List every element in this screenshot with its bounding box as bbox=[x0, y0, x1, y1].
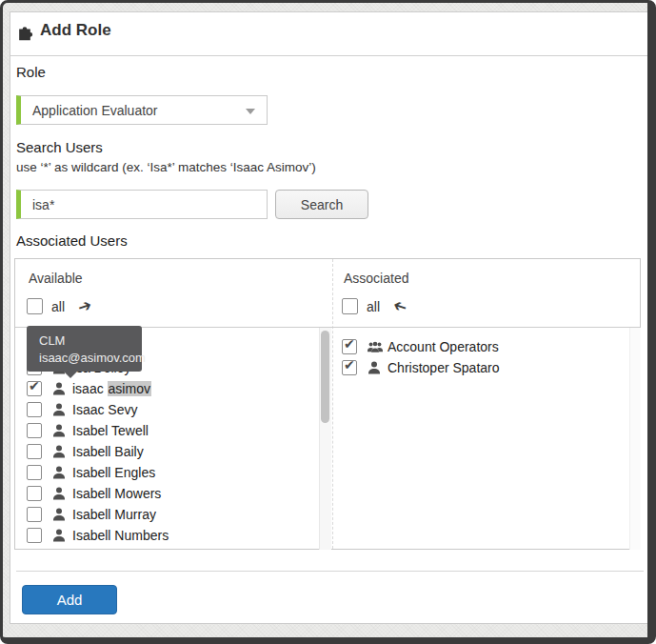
associated-scrollbar-track[interactable] bbox=[629, 328, 641, 550]
group-icon bbox=[368, 340, 381, 353]
person-icon bbox=[52, 445, 66, 458]
list-item[interactable]: Isaac Sevy bbox=[27, 399, 318, 420]
user-name: Isabell Numbers bbox=[72, 528, 169, 543]
associated-all-row: all ➔ bbox=[342, 298, 407, 314]
user-checkbox[interactable] bbox=[27, 507, 42, 522]
search-button[interactable]: Search bbox=[275, 190, 368, 219]
dialog-title: Add Role bbox=[40, 21, 111, 40]
user-name: Isabell Murray bbox=[72, 507, 156, 522]
header-divider bbox=[10, 55, 647, 56]
associated-users-label: Associated Users bbox=[16, 232, 128, 249]
list-item[interactable]: Isabell Murray bbox=[27, 504, 318, 525]
user-name: Isaac Sevy bbox=[72, 402, 137, 417]
tooltip-org: CLM bbox=[39, 332, 142, 350]
associated-all-checkbox[interactable] bbox=[342, 298, 358, 314]
available-column-title: Available bbox=[29, 271, 83, 286]
user-name: Christoper Spataro bbox=[388, 360, 500, 375]
person-icon bbox=[52, 508, 66, 521]
role-select-value: Application Evaluator bbox=[32, 103, 158, 118]
person-icon bbox=[52, 403, 66, 416]
user-checkbox[interactable]: ✔ bbox=[27, 381, 42, 396]
list-item[interactable]: ✔isaac asimov bbox=[27, 378, 318, 399]
chevron-down-icon bbox=[246, 109, 255, 114]
user-name: Isabell Baily bbox=[72, 444, 144, 459]
person-icon bbox=[368, 361, 381, 374]
user-checkbox[interactable]: ✔ bbox=[342, 360, 357, 375]
person-icon bbox=[52, 382, 66, 395]
user-email-tooltip: CLM isaac@asimov.com bbox=[27, 326, 142, 372]
user-checkbox[interactable] bbox=[27, 423, 42, 438]
available-all-label: all bbox=[51, 299, 65, 314]
window-frame: Add Role Role Application Evaluator Sear… bbox=[0, 0, 656, 644]
list-item[interactable]: Isabell Engles bbox=[27, 462, 318, 483]
associated-column-title: Associated bbox=[344, 271, 408, 286]
associated-user-list: ✔Account Operators✔Christoper Spataro bbox=[333, 328, 628, 550]
role-label: Role bbox=[16, 64, 46, 80]
associated-all-label: all bbox=[367, 299, 380, 314]
user-checkbox[interactable] bbox=[27, 486, 42, 501]
user-name: Account Operators bbox=[388, 339, 499, 354]
tooltip-email: isaac@asimov.com bbox=[39, 350, 142, 367]
footer-divider bbox=[16, 571, 644, 572]
user-checkbox[interactable] bbox=[27, 528, 42, 543]
available-all-row: all ➔ bbox=[27, 298, 91, 314]
user-checkbox[interactable]: ✔ bbox=[342, 339, 357, 354]
add-role-dialog: Add Role Role Application Evaluator Sear… bbox=[10, 11, 647, 624]
user-checkbox[interactable] bbox=[27, 444, 42, 459]
user-name: isaac asimov bbox=[72, 381, 151, 396]
user-name: Isabel Tewell bbox=[72, 423, 149, 438]
add-button[interactable]: Add bbox=[22, 585, 117, 614]
search-input[interactable] bbox=[16, 190, 268, 219]
list-item[interactable]: Isabell Numbers bbox=[27, 525, 318, 546]
user-checkbox[interactable] bbox=[27, 402, 42, 417]
list-item[interactable]: ✔Christoper Spataro bbox=[342, 357, 628, 378]
move-right-arrow-icon[interactable]: ➔ bbox=[76, 296, 94, 316]
list-item[interactable]: ✔Account Operators bbox=[342, 336, 628, 357]
search-users-label: Search Users bbox=[16, 139, 103, 155]
user-name: Isabell Engles bbox=[72, 465, 155, 480]
tooltip-caret bbox=[64, 372, 77, 378]
user-checkbox[interactable] bbox=[27, 465, 42, 480]
person-icon bbox=[52, 424, 66, 437]
list-item[interactable]: Isabell Mowers bbox=[27, 483, 318, 504]
move-left-arrow-icon[interactable]: ➔ bbox=[391, 296, 409, 316]
user-name: Isabell Mowers bbox=[72, 486, 161, 501]
person-icon bbox=[52, 529, 66, 542]
puzzle-piece-icon bbox=[15, 22, 34, 41]
wildcard-hint: use ‘*’ as wildcard (ex. ‘Isa*’ matches … bbox=[16, 160, 316, 174]
available-scrollbar-thumb[interactable] bbox=[321, 331, 329, 423]
available-all-checkbox[interactable] bbox=[27, 298, 43, 314]
list-item[interactable]: Isabell Baily bbox=[27, 441, 318, 462]
person-icon bbox=[52, 466, 66, 479]
person-icon bbox=[52, 487, 66, 500]
associated-users-panel: Available all ➔ Associated all ➔ Isa Dol… bbox=[14, 258, 641, 550]
list-item[interactable]: Isabel Tewell bbox=[27, 420, 318, 441]
role-select[interactable]: Application Evaluator bbox=[16, 95, 268, 125]
